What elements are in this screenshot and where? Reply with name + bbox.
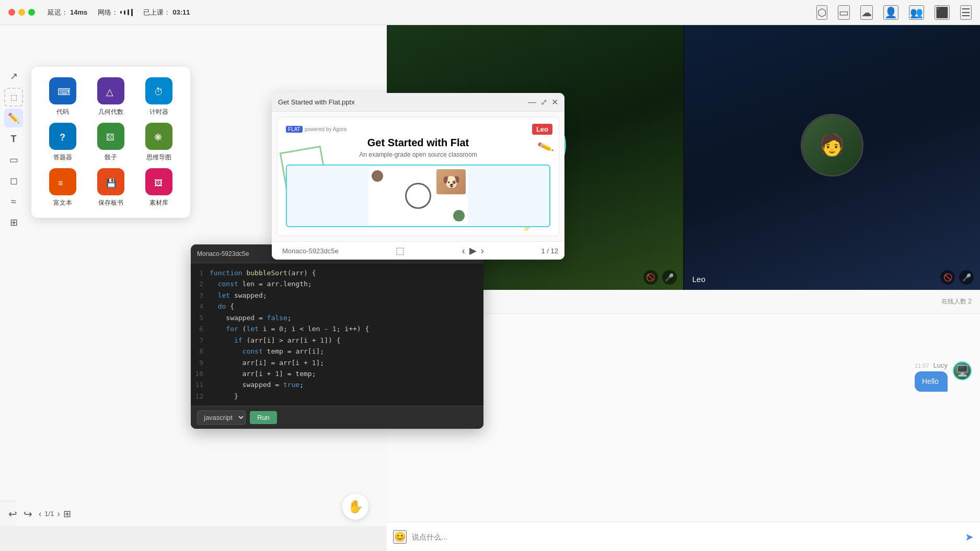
canvas-area: ↗ ⬚ ✏️ T ▭ ◻ ≈ ⊞ ⌨ 代码 △ 几何代数 ⏱ 计时器 bbox=[0, 25, 387, 526]
minimize-button[interactable] bbox=[18, 9, 25, 16]
app-assets[interactable]: 🖼 素材库 bbox=[138, 168, 180, 207]
app-dice[interactable]: ⚄ 骰子 bbox=[90, 123, 132, 162]
timer-app-icon: ⏱ bbox=[145, 77, 172, 104]
presentation-minimize-btn[interactable]: — bbox=[528, 98, 536, 107]
leo-video-bg: 🧑 bbox=[684, 0, 981, 290]
dice-app-label: 骰子 bbox=[105, 153, 117, 162]
slide-font-info: Monaco-5923dc5e bbox=[282, 247, 339, 255]
run-button[interactable]: Run bbox=[250, 411, 277, 424]
network-status: 网络： bbox=[98, 8, 133, 17]
code-line-11: 11 swapped = true; bbox=[191, 379, 483, 390]
slide-preview-box: 🐶 bbox=[286, 165, 550, 227]
online-time-status: 已上课： 03:11 bbox=[143, 8, 190, 17]
text-tool[interactable]: T bbox=[4, 130, 23, 148]
laser-tool[interactable]: ≈ bbox=[4, 192, 23, 211]
app-richtext[interactable]: ≡ 富文本 bbox=[42, 168, 84, 207]
richtext-app-label: 富文本 bbox=[53, 198, 72, 207]
lucy-mic-icon[interactable]: 🎤 bbox=[662, 270, 677, 285]
app-code[interactable]: ⌨ 代码 bbox=[42, 77, 84, 116]
app-geometry[interactable]: △ 几何代数 bbox=[90, 77, 132, 116]
cursor-tool[interactable]: ↗ bbox=[4, 67, 23, 86]
app-saveboard[interactable]: 💾 保存板书 bbox=[90, 168, 132, 207]
camera-icon[interactable]: ▭ bbox=[838, 5, 850, 20]
window-controls bbox=[8, 9, 35, 16]
app-grid-popup: ⌨ 代码 △ 几何代数 ⏱ 计时器 ? 答题器 ⚄ 骰子 bbox=[31, 67, 190, 218]
saveboard-app-icon: 💾 bbox=[97, 168, 124, 195]
flat-badge: FLAT bbox=[286, 126, 303, 133]
presentation-window-controls: — ⤢ ✕ bbox=[528, 97, 558, 107]
slide-play-btn[interactable]: ▶ bbox=[469, 245, 477, 256]
code-line-9: 9 arr[i] = arr[i + 1]; bbox=[191, 357, 483, 368]
app-quiz[interactable]: ? 答题器 bbox=[42, 123, 84, 162]
quiz-app-label: 答题器 bbox=[53, 153, 72, 162]
presentation-fullscreen-btn[interactable]: ⤢ bbox=[540, 97, 547, 107]
pen-tool[interactable]: ✏️ bbox=[4, 109, 23, 127]
leo-mic-icon[interactable]: 🎤 bbox=[959, 270, 974, 285]
timer-app-label: 计时器 bbox=[149, 108, 168, 116]
lucy-mute-icon[interactable]: 🚫 bbox=[643, 270, 658, 285]
menu-icon[interactable]: ☰ bbox=[960, 5, 972, 20]
chat-send-button[interactable]: ➤ bbox=[965, 531, 974, 543]
svg-text:⌨: ⌨ bbox=[57, 87, 70, 97]
grid-tool[interactable]: ⊞ bbox=[4, 213, 23, 232]
slide-content: FLAT powered by Agora Get Started with F… bbox=[272, 112, 564, 241]
presentation-close-btn[interactable]: ✕ bbox=[551, 97, 558, 107]
maximize-button[interactable] bbox=[28, 9, 35, 16]
app-mindmap[interactable]: ❋ 思维导图 bbox=[138, 123, 180, 162]
close-button[interactable] bbox=[8, 9, 15, 16]
next-page-btn[interactable]: › bbox=[57, 509, 60, 519]
code-body[interactable]: 1 function bubbleSort(arr) { 2 const len… bbox=[191, 263, 483, 406]
slide-title: Get Started with Flat bbox=[286, 137, 550, 149]
exit-icon[interactable]: ⬛ bbox=[935, 5, 950, 20]
lucy-msg-header: Lucy 11:07 bbox=[915, 361, 948, 369]
cloud-icon[interactable]: ☁ bbox=[860, 5, 873, 20]
undo-button[interactable]: ↩ bbox=[8, 508, 17, 520]
lucy-msg-content: Lucy 11:07 Hello bbox=[915, 361, 948, 392]
slide-prev-btn[interactable]: ‹ bbox=[462, 245, 465, 256]
preview-circle bbox=[405, 183, 431, 209]
preview-avatar-2 bbox=[453, 210, 465, 221]
sidebar-toggle-btn[interactable]: ⬚ bbox=[396, 245, 405, 256]
assets-app-label: 素材库 bbox=[149, 198, 168, 207]
code-line-2: 2 const len = arr.length; bbox=[191, 278, 483, 289]
leo-mute-icon[interactable]: 🚫 bbox=[940, 270, 955, 285]
saveboard-app-label: 保存板书 bbox=[98, 198, 123, 207]
rect-tool[interactable]: ▭ bbox=[4, 150, 23, 169]
dice-app-icon: ⚄ bbox=[97, 123, 124, 150]
eraser-tool[interactable]: ◻ bbox=[4, 171, 23, 190]
chat-input-field[interactable] bbox=[412, 533, 960, 541]
person-display-icon: 🧑 bbox=[802, 115, 862, 175]
svg-text:?: ? bbox=[60, 132, 65, 143]
participants-icon[interactable]: 👥 bbox=[909, 5, 924, 20]
language-selector[interactable]: javascript bbox=[197, 411, 246, 425]
richtext-app-icon: ≡ bbox=[49, 168, 76, 195]
leo-avatar-circle: 🧑 bbox=[801, 114, 863, 177]
redo-button[interactable]: ↪ bbox=[24, 508, 32, 520]
presentation-titlebar: Get Started with Flat.pptx — ⤢ ✕ bbox=[272, 93, 564, 112]
screen-share-icon[interactable]: ⬡ bbox=[816, 5, 827, 20]
slide-next-btn[interactable]: › bbox=[481, 245, 484, 256]
app-timer[interactable]: ⏱ 计时器 bbox=[138, 77, 180, 116]
hand-raise-button[interactable]: ✋ bbox=[342, 494, 368, 520]
leo-video-controls: 🚫 🎤 bbox=[940, 270, 974, 285]
code-line-3: 3 let swapped; bbox=[191, 290, 483, 301]
bottom-bar: ↩ ↪ ‹ 1/1 › ⊞ bbox=[0, 501, 17, 526]
geometry-app-icon: △ bbox=[97, 77, 124, 104]
assets-app-icon: 🖼 bbox=[145, 168, 172, 195]
topbar-action-icons: ⬡ ▭ ☁ 👤 👥 ⬛ ☰ bbox=[816, 5, 972, 20]
slide-bottom-toolbar: Monaco-5923dc5e ⬚ ‹ ▶ › 1 / 12 bbox=[272, 241, 564, 260]
mindmap-app-icon: ❋ bbox=[145, 123, 172, 150]
add-participant-icon[interactable]: 👤 bbox=[883, 5, 898, 20]
code-app-icon: ⌨ bbox=[49, 77, 76, 104]
lucy-msg-bubble: Hello bbox=[915, 371, 948, 392]
chat-emoji-btn[interactable]: 😊 bbox=[393, 530, 407, 544]
slide-subtitle: An example-grade open source classroom bbox=[286, 151, 550, 158]
prev-page-btn[interactable]: ‹ bbox=[39, 509, 41, 519]
online-count: 在线人数 2 bbox=[941, 297, 972, 306]
marquee-tool[interactable]: ⬚ bbox=[4, 88, 23, 107]
code-line-6: 6 for (let i = 0; i < len - 1; i++) { bbox=[191, 323, 483, 334]
code-line-7: 7 if (arr[i] > arr[i + 1]) { bbox=[191, 335, 483, 346]
presentation-title: Get Started with Flat.pptx bbox=[278, 98, 524, 106]
page-display: 1/1 bbox=[44, 510, 54, 518]
add-page-button[interactable]: ⊞ bbox=[63, 508, 71, 520]
